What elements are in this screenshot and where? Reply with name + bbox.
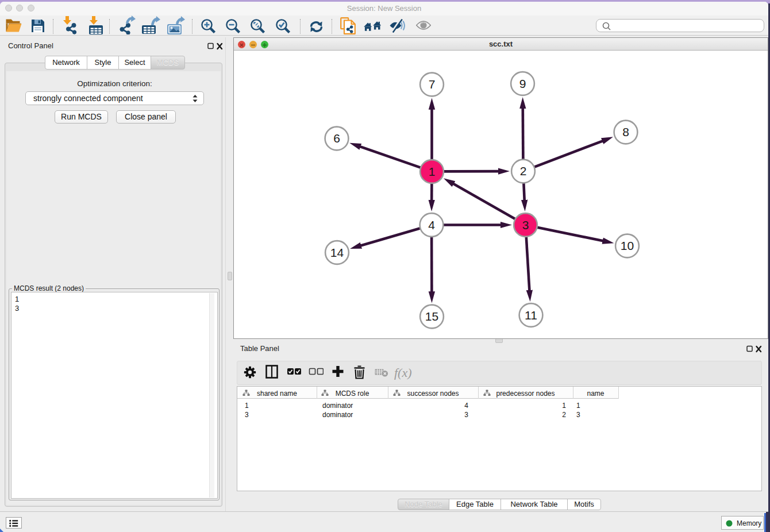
svg-text:8: 8 xyxy=(622,125,629,138)
svg-text:4: 4 xyxy=(428,218,435,232)
svg-text:15: 15 xyxy=(425,310,438,323)
svg-text:3: 3 xyxy=(522,218,529,232)
svg-text:2: 2 xyxy=(520,164,527,178)
svg-text:11: 11 xyxy=(525,309,537,322)
svg-text:14: 14 xyxy=(330,246,344,259)
svg-text:6: 6 xyxy=(333,132,340,145)
svg-text:9: 9 xyxy=(519,77,526,90)
svg-text:10: 10 xyxy=(621,239,634,252)
svg-text:1: 1 xyxy=(429,165,436,178)
svg-text:7: 7 xyxy=(429,78,436,91)
